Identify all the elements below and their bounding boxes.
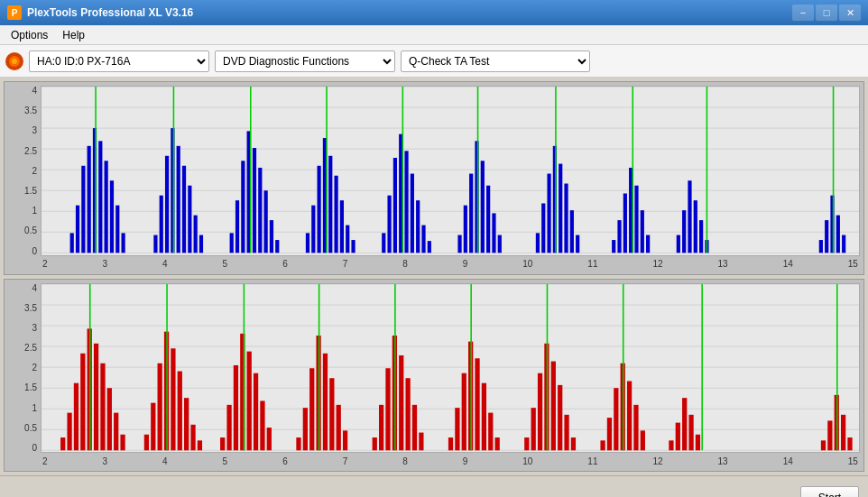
svg-rect-70 [498,235,502,253]
svg-rect-145 [323,353,328,450]
svg-rect-92 [694,200,697,253]
svg-rect-87 [646,235,650,253]
test-select[interactable]: Q-Check TA Test [401,51,590,72]
svg-rect-48 [334,176,337,253]
svg-rect-156 [412,404,417,449]
menu-options[interactable]: Options [4,27,55,43]
svg-rect-187 [682,398,687,450]
svg-rect-123 [151,402,155,450]
svg-rect-134 [234,364,238,449]
svg-rect-34 [235,200,239,253]
svg-rect-31 [199,235,203,253]
svg-rect-112 [67,412,71,450]
svg-rect-86 [641,210,644,253]
svg-rect-72 [536,233,540,253]
svg-rect-59 [416,200,420,253]
svg-rect-45 [318,166,321,253]
svg-point-2 [12,59,17,64]
svg-rect-164 [482,382,486,450]
svg-rect-143 [309,368,314,450]
svg-rect-24 [160,196,163,253]
svg-rect-81 [612,240,615,253]
svg-rect-175 [571,437,576,450]
svg-rect-90 [682,210,686,253]
svg-rect-159 [448,437,453,450]
svg-rect-172 [551,361,556,450]
close-button[interactable]: ✕ [839,5,861,21]
bottom-chart-svg [42,284,859,453]
svg-rect-82 [617,220,621,253]
svg-rect-113 [74,382,78,450]
svg-rect-120 [120,434,125,450]
svg-rect-21 [121,233,125,253]
svg-rect-77 [564,184,568,253]
svg-rect-73 [541,203,545,253]
menu-bar: Options Help [0,25,868,45]
plextools-logo [5,52,23,70]
svg-rect-33 [230,233,234,253]
svg-rect-192 [827,420,832,450]
top-chart-svg [42,87,859,255]
svg-rect-17 [98,141,102,253]
svg-rect-139 [267,428,272,450]
svg-rect-155 [405,378,410,450]
bottom-chart-container: 4 3.5 3 2.5 2 1.5 1 0.5 0 [4,279,864,473]
svg-rect-183 [641,430,645,450]
svg-rect-47 [328,156,332,253]
svg-rect-65 [469,174,473,253]
svg-rect-19 [110,180,114,253]
svg-rect-44 [311,206,315,253]
bottom-chart-inner [41,283,860,454]
svg-rect-50 [346,225,349,253]
svg-rect-174 [564,414,568,449]
svg-rect-173 [558,384,562,449]
bottom-chart-y-axis: 4 3.5 3 2.5 2 1.5 1 0.5 0 [8,283,41,454]
svg-rect-20 [115,206,119,253]
svg-rect-126 [171,348,175,450]
svg-rect-89 [677,235,680,253]
svg-rect-179 [614,388,618,450]
svg-rect-15 [88,146,91,253]
maximize-button[interactable]: □ [816,5,837,21]
svg-rect-163 [475,358,479,450]
svg-rect-132 [220,437,225,450]
svg-rect-124 [158,363,162,450]
svg-rect-57 [404,151,408,253]
svg-rect-43 [306,233,309,253]
svg-rect-169 [531,408,536,450]
svg-rect-38 [258,168,262,253]
svg-rect-55 [393,158,397,253]
svg-rect-99 [836,216,840,253]
svg-rect-147 [337,404,341,449]
svg-rect-85 [634,186,638,253]
function-select[interactable]: DVD Diagnostic Functions [215,51,395,72]
minimize-button[interactable]: − [792,5,814,21]
svg-rect-188 [688,414,693,449]
svg-rect-79 [576,235,579,253]
svg-rect-58 [411,174,414,253]
top-chart-y-axis: 4 3.5 3 2.5 2 1.5 1 0.5 0 [8,86,41,256]
bottom-panel: Jitter: 4 Peak Shift: [0,475,868,497]
svg-rect-178 [607,418,612,450]
svg-rect-119 [114,412,118,450]
svg-rect-128 [184,398,189,450]
svg-rect-18 [105,161,108,253]
svg-rect-146 [329,378,334,450]
top-chart-container: 4 3.5 3 2.5 2 1.5 1 0.5 0 [4,81,864,275]
start-button[interactable]: Start [800,486,859,497]
menu-help[interactable]: Help [55,27,92,43]
svg-rect-97 [825,220,828,253]
svg-rect-151 [379,404,383,449]
svg-rect-141 [296,437,300,450]
title-bar: P PlexTools Professional XL V3.16 − □ ✕ [0,0,868,25]
svg-rect-28 [182,166,186,253]
svg-rect-148 [343,430,347,450]
svg-rect-91 [688,180,691,253]
svg-rect-13 [76,206,79,253]
svg-rect-154 [399,354,403,449]
svg-rect-76 [559,164,562,253]
svg-rect-67 [481,161,485,253]
svg-rect-60 [421,225,425,253]
svg-rect-93 [699,220,703,253]
drive-select[interactable]: HA:0 ID:0 PX-716A [29,51,209,72]
